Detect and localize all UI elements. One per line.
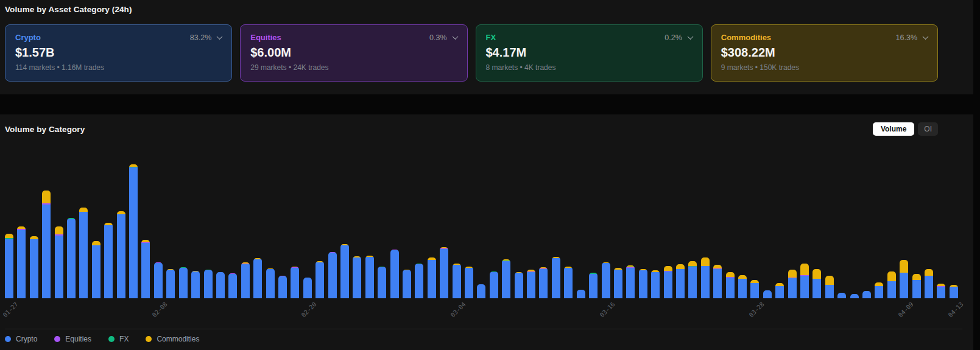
bar-66[interactable] <box>813 269 821 298</box>
summary-title: Volume by Asset Category (24h) <box>5 5 973 14</box>
bar-39[interactable] <box>477 284 485 298</box>
chevron-down-icon[interactable] <box>687 33 693 40</box>
bar-73[interactable] <box>900 260 908 298</box>
bar-74[interactable] <box>912 274 921 298</box>
bar-26[interactable] <box>316 261 324 298</box>
bar-54[interactable] <box>664 266 672 298</box>
bar-36[interactable] <box>440 247 448 298</box>
bar-15[interactable] <box>179 267 188 298</box>
bar-71[interactable] <box>875 282 883 298</box>
bar-38[interactable] <box>465 267 473 298</box>
bar-21[interactable] <box>253 258 262 298</box>
bar-58[interactable] <box>713 265 722 298</box>
legend-item-commodities[interactable]: Commodities <box>146 335 199 343</box>
bar-40[interactable] <box>490 271 498 298</box>
legend-item-fx[interactable]: FX <box>108 335 129 343</box>
bar-67[interactable] <box>825 276 834 298</box>
bar-70[interactable] <box>862 291 871 298</box>
category-card-crypto[interactable]: Crypto83.2%$1.57B114 markets • 1.16M tra… <box>5 24 232 82</box>
bar-14[interactable] <box>166 269 175 298</box>
bar-61[interactable] <box>750 280 759 298</box>
bar-6[interactable] <box>67 218 76 298</box>
bar-13[interactable] <box>154 262 163 298</box>
bar-32[interactable] <box>390 250 399 298</box>
category-card-equities[interactable]: Equities0.3%$6.00M29 markets • 24K trade… <box>240 24 467 82</box>
bar-49[interactable] <box>602 262 610 298</box>
card-share[interactable]: 16.3% <box>896 33 928 42</box>
volume-toggle-button[interactable]: Volume <box>873 122 914 136</box>
bar-77[interactable] <box>950 285 958 298</box>
bar-68[interactable] <box>837 293 846 298</box>
bar-4[interactable] <box>42 191 51 298</box>
bar-75[interactable] <box>925 269 933 298</box>
bar-5[interactable] <box>55 226 63 298</box>
bar-27[interactable] <box>328 252 337 298</box>
bar-24[interactable] <box>291 267 299 298</box>
chevron-down-icon[interactable] <box>923 33 929 40</box>
bar-63[interactable] <box>775 283 784 298</box>
category-card-fx[interactable]: FX0.2%$4.17M8 markets • 4K trades <box>476 24 703 82</box>
legend-item-equities[interactable]: Equities <box>54 335 91 343</box>
bar-59[interactable] <box>726 272 735 298</box>
bar-45[interactable] <box>552 257 560 298</box>
bar-56[interactable] <box>688 261 697 298</box>
bar-17[interactable] <box>204 270 213 298</box>
bar-52[interactable] <box>639 269 647 298</box>
bar-9[interactable] <box>104 223 113 298</box>
bar-53[interactable] <box>651 270 660 298</box>
bar-25[interactable] <box>303 278 312 298</box>
bar-37[interactable] <box>453 264 461 298</box>
bar-12[interactable] <box>141 240 150 298</box>
legend-item-crypto[interactable]: Crypto <box>5 335 37 343</box>
card-share[interactable]: 0.2% <box>664 33 693 42</box>
chart-header: Volume by Category Volume OI <box>5 122 973 136</box>
bar-34[interactable] <box>415 264 423 298</box>
segment-crypto <box>328 253 337 298</box>
bar-44[interactable] <box>539 267 548 298</box>
bar-76[interactable] <box>937 284 945 298</box>
card-share[interactable]: 0.3% <box>429 33 457 42</box>
bar-30[interactable] <box>365 256 374 298</box>
bar-10[interactable] <box>117 211 125 298</box>
bar-35[interactable] <box>428 257 436 298</box>
bar-50[interactable] <box>614 268 622 298</box>
bar-41[interactable] <box>502 259 510 298</box>
bar-22[interactable] <box>266 268 275 298</box>
bar-29[interactable] <box>353 256 361 298</box>
bar-18[interactable] <box>216 272 225 298</box>
bar-1[interactable] <box>5 234 13 298</box>
bar-8[interactable] <box>92 241 100 298</box>
bar-60[interactable] <box>738 275 747 298</box>
segment-crypto <box>614 270 622 298</box>
bar-65[interactable] <box>800 264 809 298</box>
bar-43[interactable] <box>527 270 535 298</box>
card-share[interactable]: 83.2% <box>190 33 222 42</box>
bar-20[interactable] <box>241 262 250 298</box>
chevron-down-icon[interactable] <box>217 33 223 40</box>
segment-crypto <box>664 271 672 298</box>
bar-16[interactable] <box>191 271 200 298</box>
bar-23[interactable] <box>278 276 287 298</box>
bar-19[interactable] <box>228 273 237 298</box>
bar-7[interactable] <box>79 208 88 298</box>
bar-33[interactable] <box>403 270 411 298</box>
bar-62[interactable] <box>763 290 772 298</box>
bar-2[interactable] <box>17 226 26 298</box>
bar-64[interactable] <box>788 270 797 298</box>
category-card-commodities[interactable]: Commodities16.3%$308.22M9 markets • 150K… <box>711 24 938 82</box>
bar-72[interactable] <box>887 271 896 298</box>
bar-46[interactable] <box>564 267 573 298</box>
bar-3[interactable] <box>30 236 38 298</box>
bar-42[interactable] <box>515 272 523 298</box>
bar-69[interactable] <box>850 294 859 298</box>
bar-47[interactable] <box>577 290 585 298</box>
oi-toggle-button[interactable]: OI <box>918 122 938 136</box>
bar-11[interactable] <box>129 164 138 298</box>
chevron-down-icon[interactable] <box>452 33 458 40</box>
bar-55[interactable] <box>676 264 685 298</box>
bar-31[interactable] <box>378 267 386 298</box>
bar-57[interactable] <box>701 257 710 298</box>
bar-51[interactable] <box>626 265 635 298</box>
bar-48[interactable] <box>589 273 598 298</box>
bar-28[interactable] <box>340 244 349 298</box>
